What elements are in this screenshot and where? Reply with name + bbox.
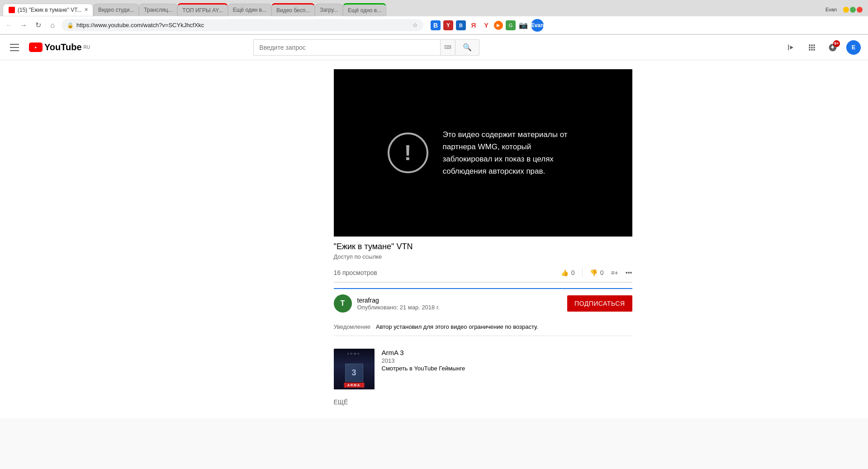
content-area: ! Это видео содержит материалы от партне… xyxy=(225,60,643,418)
upload-video-button[interactable] xyxy=(784,40,798,55)
svg-rect-5 xyxy=(811,47,812,48)
tab-favicon xyxy=(9,7,15,13)
ext-icon-ya[interactable]: Я xyxy=(469,20,479,30)
video-player-container: ! Это видео содержит материалы от партне… xyxy=(334,69,632,237)
more-actions-button[interactable]: ••• xyxy=(626,267,632,278)
youtube-header: YouTube RU ⌨ 🔍 9+ E xyxy=(0,35,868,60)
svg-rect-9 xyxy=(813,49,815,50)
game-thumbnail[interactable]: ARMA 3 ARMA xyxy=(334,349,375,389)
tab-2[interactable]: Трансляц... xyxy=(139,4,177,16)
more-dots-icon: ••• xyxy=(626,269,632,276)
maximize-button[interactable] xyxy=(850,7,856,13)
header-right: 9+ E xyxy=(784,40,861,55)
search-button[interactable]: 🔍 xyxy=(455,39,479,56)
ext-icon-orange[interactable]: ▶ xyxy=(494,21,503,30)
reload-button[interactable]: ↻ xyxy=(33,20,43,31)
video-info: "Ежик в тумане" VTN Доступ по ссылке 16 … xyxy=(334,242,632,409)
home-button[interactable]: ⌂ xyxy=(47,20,58,31)
dislike-count: 0 xyxy=(600,269,604,276)
dislike-button[interactable]: 👎 0 xyxy=(590,267,604,278)
add-to-icon: ≡+ xyxy=(611,269,618,276)
channel-row: T terafrag Опубликовано: 21 мар. 2018 г.… xyxy=(334,289,632,318)
active-tab[interactable]: (15) "Ежик в тумане" VT... ✕ xyxy=(3,4,93,16)
game-card: ARMA 3 ARMA ArmA 3 2013 Смотреть в YouTu… xyxy=(334,343,632,395)
exclamation-icon: ! xyxy=(404,142,412,164)
game-year: 2013 xyxy=(382,357,465,364)
tab-bar: (15) "Ежик в тумане" VT... ✕ Видео студи… xyxy=(0,0,868,16)
search-input[interactable] xyxy=(253,39,440,56)
forward-button[interactable]: → xyxy=(18,20,29,31)
avatar-initial: E xyxy=(846,40,861,55)
video-access-label: Доступ по ссылке xyxy=(334,253,632,260)
active-tab-label: (15) "Ежик в тумане" VT... xyxy=(18,7,81,13)
svg-rect-3 xyxy=(813,44,815,46)
tab-5-label: Видео бесп... xyxy=(276,7,310,14)
add-to-playlist-button[interactable]: ≡+ xyxy=(611,267,618,278)
svg-rect-7 xyxy=(809,49,810,50)
keyboard-icon-btn[interactable]: ⌨ xyxy=(440,39,455,56)
channel-avatar[interactable]: T xyxy=(334,294,352,313)
browser-user-name: Evan xyxy=(825,7,837,12)
publish-date: Опубликовано: 21 мар. 2018 г. xyxy=(357,304,440,311)
apps-grid-button[interactable] xyxy=(805,40,819,55)
browser-avatar[interactable]: Evan xyxy=(531,19,544,32)
tab-1-label: Видео студи... xyxy=(98,7,134,13)
like-count: 0 xyxy=(571,269,575,276)
tab-5[interactable]: Видео бесп... xyxy=(271,3,315,16)
browser-chrome: (15) "Ежик в тумане" VT... ✕ Видео студи… xyxy=(0,0,868,35)
tab-7[interactable]: Ещё одно в... xyxy=(343,3,386,16)
camera-icon[interactable]: 📷 xyxy=(518,20,528,30)
svg-rect-2 xyxy=(811,44,812,46)
notifications-button[interactable]: 9+ xyxy=(825,40,840,55)
watch-in-gaming-link[interactable]: Смотреть в YouTube Геймынге xyxy=(382,365,465,372)
channel-name[interactable]: terafrag xyxy=(357,297,440,304)
game-title: ArmA 3 xyxy=(382,349,465,356)
hamburger-menu[interactable] xyxy=(7,40,22,55)
game-thumb-image: ARMA 3 ARMA xyxy=(334,349,375,389)
video-actions: 👍 0 👎 0 ≡+ ••• xyxy=(561,267,632,278)
channel-left: T terafrag Опубликовано: 21 мар. 2018 г. xyxy=(334,294,440,313)
ext-icon-red[interactable]: Y xyxy=(443,20,453,30)
ext-icon-green2[interactable]: G xyxy=(506,20,516,30)
url-text: https://www.youtube.com/watch?v=SCYkJhcf… xyxy=(76,22,406,28)
tab-6-label: Загру... xyxy=(320,7,338,13)
dislike-icon: 👎 xyxy=(590,269,598,276)
tab-1[interactable]: Видео студи... xyxy=(93,4,139,16)
user-avatar-button[interactable]: E xyxy=(846,40,861,55)
subscribe-button[interactable]: ПОДПИСАТЬСЯ xyxy=(567,295,632,312)
minimize-button[interactable] xyxy=(843,7,849,13)
notification-label: Уведомление xyxy=(334,323,370,330)
show-more-link[interactable]: ЕЩЁ xyxy=(334,395,632,409)
menu-line-1 xyxy=(10,44,19,45)
ext-icon-blue[interactable]: B xyxy=(456,20,466,30)
tab-close-btn[interactable]: ✕ xyxy=(84,7,88,13)
youtube-logo[interactable]: YouTube RU xyxy=(29,42,90,52)
video-player[interactable]: ! Это видео содержит материалы от партне… xyxy=(334,69,632,237)
back-button[interactable]: ← xyxy=(4,20,14,31)
close-button[interactable] xyxy=(857,7,863,13)
blocked-icon: ! xyxy=(388,133,428,173)
like-button[interactable]: 👍 0 xyxy=(561,267,575,278)
ext-icon-b[interactable]: B xyxy=(431,20,441,30)
menu-line-3 xyxy=(10,50,19,51)
menu-line-2 xyxy=(10,47,19,48)
notification-badge: 9+ xyxy=(833,40,840,47)
svg-rect-1 xyxy=(809,44,810,46)
youtube-logo-text: YouTube xyxy=(44,42,82,52)
blocked-content: ! Это видео содержит материалы от партне… xyxy=(373,114,593,192)
notification-text: Автор установил для этого видео ограниче… xyxy=(376,323,538,330)
main-layout: ! Это видео содержит материалы от партне… xyxy=(0,60,868,418)
bookmark-icon[interactable]: ☆ xyxy=(413,22,418,28)
video-title: "Ежик в тумане" VTN xyxy=(334,242,632,251)
tab-3[interactable]: TОП ИГРЫ AY... xyxy=(177,3,228,16)
tab-4[interactable]: Ещё один в... xyxy=(228,4,271,16)
ext-icon-y2[interactable]: Y xyxy=(481,20,491,30)
channel-info: terafrag Опубликовано: 21 мар. 2018 г. xyxy=(357,297,440,311)
url-bar[interactable]: 🔒 https://www.youtube.com/watch?v=SCYkJh… xyxy=(62,19,423,31)
tab-6[interactable]: Загру... xyxy=(315,4,343,16)
tab-4-label: Ещё один в... xyxy=(233,7,266,13)
address-bar: ← → ↻ ⌂ 🔒 https://www.youtube.com/watch?… xyxy=(0,16,868,34)
youtube-logo-icon xyxy=(29,43,43,52)
blocked-message: Это видео содержит материалы от партнера… xyxy=(443,128,579,178)
search-bar: ⌨ 🔍 xyxy=(253,39,479,56)
